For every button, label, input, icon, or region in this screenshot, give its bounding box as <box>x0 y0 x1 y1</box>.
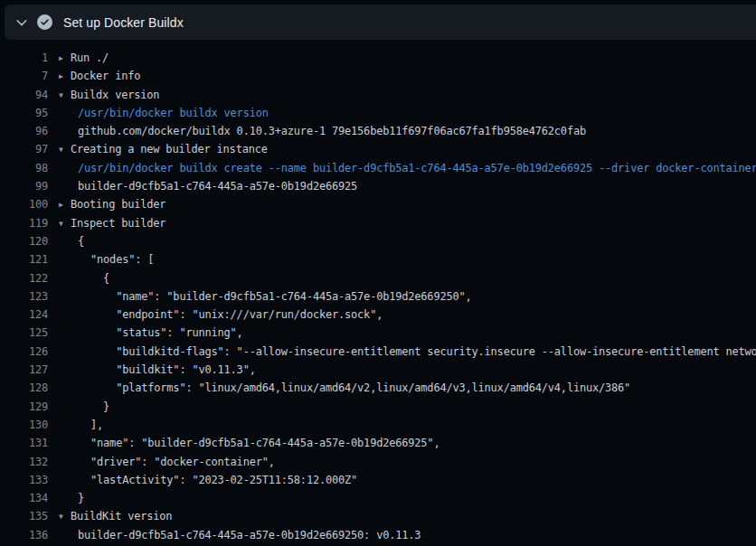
line-number[interactable]: 123 <box>0 287 48 306</box>
log-text-cell: } <box>78 398 109 416</box>
log-text-cell: "buildkit": "v0.11.3", <box>78 361 256 379</box>
output-text: github.com/docker/buildx 0.10.3+azure-1 … <box>78 125 586 137</box>
output-text: } <box>78 400 109 413</box>
line-number[interactable]: 132 <box>0 453 48 471</box>
line-number[interactable]: 120 <box>0 232 48 250</box>
log-text-cell: "platforms": "linux/amd64,linux/amd64/v2… <box>78 379 630 397</box>
output-text: "status": "running", <box>78 326 243 339</box>
log-line: 124 "endpoint": "unix:///var/run/docker.… <box>0 306 756 324</box>
group-toggle[interactable]: ▶Docker info <box>59 67 140 85</box>
log-line: 131 "name": "builder-d9cfb5a1-c764-445a-… <box>0 434 756 452</box>
log-text-cell: builder-d9cfb5a1-c764-445a-a57e-0b19d2e6… <box>78 526 421 544</box>
group-title: Booting builder <box>71 198 165 211</box>
output-text: "driver": "docker-container", <box>78 456 275 468</box>
group-title: Buildx version <box>71 89 159 101</box>
output-text: } <box>78 492 84 504</box>
log-line: 128 "platforms": "linux/amd64,linux/amd6… <box>0 379 756 397</box>
output-text: "platforms": "linux/amd64,linux/amd64/v2… <box>78 381 630 394</box>
output-text: "name": "builder-d9cfb5a1-c764-445a-a57e… <box>78 437 439 449</box>
log-text-cell: github.com/docker/buildx 0.10.3+azure-1 … <box>78 122 586 140</box>
group-title: Docker info <box>71 70 140 82</box>
line-number[interactable]: 133 <box>0 471 48 489</box>
log-text-cell: builder-d9cfb5a1-c764-445a-a57e-0b19d2e6… <box>78 177 357 195</box>
group-toggle[interactable]: ▼Creating a new builder instance <box>59 140 268 158</box>
line-number[interactable]: 99 <box>0 177 48 195</box>
log-text-cell: { <box>78 269 109 287</box>
log-line: 130 ], <box>0 416 756 434</box>
log-group-row: 94▼Buildx version <box>0 86 756 104</box>
line-number[interactable]: 122 <box>0 269 48 287</box>
step-header[interactable]: Set up Docker Buildx <box>5 5 756 40</box>
line-number[interactable]: 124 <box>0 306 48 324</box>
log-text-cell: "buildkitd-flags": "--allow-insecure-ent… <box>78 343 756 361</box>
group-toggle[interactable]: ▶Run ./ <box>59 49 109 67</box>
log-line: 127 "buildkit": "v0.11.3", <box>0 361 756 379</box>
group-toggle[interactable]: ▶Booting builder <box>59 195 165 213</box>
line-number[interactable]: 128 <box>0 379 48 397</box>
log-line: 132 "driver": "docker-container", <box>0 453 756 471</box>
log-group-row: 135▼BuildKit version <box>0 507 756 525</box>
group-title: Inspect builder <box>71 217 165 230</box>
group-toggle[interactable]: ▼BuildKit version <box>59 507 172 525</box>
line-number[interactable]: 119 <box>0 214 48 232</box>
log-group-row: 100▶Booting builder <box>0 195 756 213</box>
line-number[interactable]: 96 <box>0 122 48 140</box>
line-number[interactable]: 131 <box>0 434 48 452</box>
log-text-cell: "name": "builder-d9cfb5a1-c764-445a-a57e… <box>78 434 439 452</box>
group-toggle[interactable]: ▼Buildx version <box>59 86 159 104</box>
output-text: builder-d9cfb5a1-c764-445a-a57e-0b19d2e6… <box>78 180 357 193</box>
line-number[interactable]: 129 <box>0 398 48 416</box>
line-number[interactable]: 134 <box>0 489 48 507</box>
log-line: 126 "buildkitd-flags": "--allow-insecure… <box>0 343 756 361</box>
output-text: "endpoint": "unix:///var/run/docker.sock… <box>78 308 383 321</box>
group-title: Creating a new builder instance <box>71 143 268 155</box>
line-number[interactable]: 127 <box>0 361 48 379</box>
log-text-cell: /usr/bin/docker buildx create --name bui… <box>78 159 756 177</box>
line-number[interactable]: 135 <box>0 507 48 525</box>
caret-down-icon: ▼ <box>59 508 71 525</box>
line-number[interactable]: 121 <box>0 250 48 268</box>
chevron-down-icon[interactable] <box>15 16 28 29</box>
log-text-cell: "nodes": [ <box>78 250 154 268</box>
caret-down-icon: ▼ <box>59 87 71 104</box>
line-number[interactable]: 100 <box>0 195 48 213</box>
line-number[interactable]: 97 <box>0 140 48 158</box>
log-line: 99builder-d9cfb5a1-c764-445a-a57e-0b19d2… <box>0 177 756 195</box>
log-line: 134} <box>0 489 756 507</box>
line-number[interactable]: 98 <box>0 159 48 177</box>
line-number[interactable]: 125 <box>0 324 48 342</box>
log-line: 123 "name": "builder-d9cfb5a1-c764-445a-… <box>0 287 756 306</box>
caret-right-icon: ▶ <box>59 50 71 67</box>
log-line: 96github.com/docker/buildx 0.10.3+azure-… <box>0 122 756 140</box>
log-group-row: 97▼Creating a new builder instance <box>0 140 756 158</box>
log-text-cell: "driver": "docker-container", <box>78 453 275 471</box>
caret-down-icon: ▼ <box>59 215 71 232</box>
log-area: 1▶Run ./7▶Docker info94▼Buildx version95… <box>0 40 756 546</box>
group-toggle[interactable]: ▼Inspect builder <box>59 214 165 232</box>
output-text: "name": "builder-d9cfb5a1-c764-445a-a57e… <box>78 290 472 303</box>
log-text-cell: ], <box>78 416 103 434</box>
output-text: "lastActivity": "2023-02-25T11:58:12.000… <box>78 474 357 486</box>
output-text: builder-d9cfb5a1-c764-445a-a57e-0b19d2e6… <box>78 529 421 541</box>
log-group-row: 7▶Docker info <box>0 67 756 85</box>
line-number[interactable]: 7 <box>0 67 48 85</box>
log-text-cell: /usr/bin/docker buildx version <box>78 104 269 122</box>
line-number[interactable]: 136 <box>0 526 48 544</box>
line-number[interactable]: 130 <box>0 416 48 434</box>
line-number[interactable]: 95 <box>0 104 48 122</box>
command-text: /usr/bin/docker buildx version <box>78 107 269 119</box>
output-text: ], <box>78 419 103 431</box>
line-number[interactable]: 94 <box>0 86 48 104</box>
log-line: 95/usr/bin/docker buildx version <box>0 104 756 122</box>
group-title: BuildKit version <box>71 510 172 522</box>
log-text-cell: } <box>78 489 84 507</box>
log-line: 122 { <box>0 269 756 287</box>
line-number[interactable]: 1 <box>0 49 48 67</box>
log-group-row: 119▼Inspect builder <box>0 214 756 232</box>
log-line: 133 "lastActivity": "2023-02-25T11:58:12… <box>0 471 756 489</box>
log-line: 120{ <box>0 232 756 250</box>
line-number[interactable]: 126 <box>0 343 48 361</box>
check-circle-icon <box>37 14 52 30</box>
output-text: { <box>78 272 109 285</box>
caret-right-icon: ▶ <box>59 196 71 213</box>
